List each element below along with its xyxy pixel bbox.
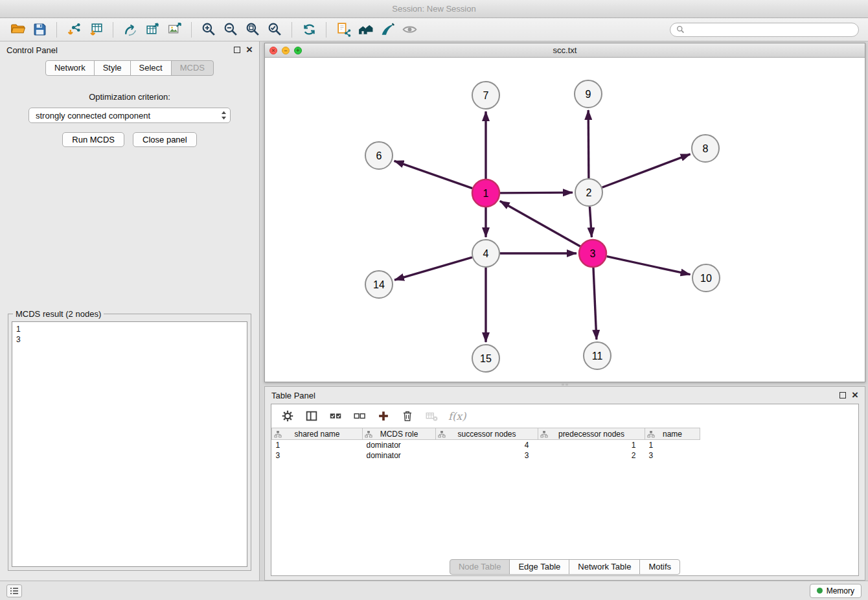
table-settings-button[interactable] xyxy=(280,409,295,423)
search-box[interactable] xyxy=(670,23,859,37)
table-row[interactable]: 1dominator411 xyxy=(272,440,859,450)
export-image-button[interactable] xyxy=(163,20,185,40)
close-table-panel-icon[interactable]: × xyxy=(852,391,858,399)
tab-motifs[interactable]: Motifs xyxy=(639,559,680,575)
export-network-button[interactable] xyxy=(119,20,141,40)
search-input[interactable] xyxy=(688,25,852,34)
minimize-window-icon[interactable]: – xyxy=(282,47,290,54)
float-panel-icon[interactable] xyxy=(234,47,240,53)
node-label-7: 7 xyxy=(483,90,489,101)
column-header-mcds-role[interactable]: MCDS role xyxy=(363,428,436,440)
table-header-row: shared nameMCDS rolesuccessor nodesprede… xyxy=(272,428,859,440)
mcds-result-item[interactable]: 1 xyxy=(16,324,243,334)
cell-name[interactable]: 1 xyxy=(645,440,700,450)
open-session-button[interactable] xyxy=(6,20,29,40)
export-network-icon xyxy=(122,21,139,38)
edge-4-14[interactable] xyxy=(394,257,472,280)
import-table-button[interactable] xyxy=(85,20,107,40)
deselect-all-button[interactable] xyxy=(352,409,367,423)
tab-mcds[interactable]: MCDS xyxy=(171,60,214,76)
mcds-result-list[interactable]: 13 xyxy=(12,321,247,567)
show-columns-button[interactable] xyxy=(304,409,319,423)
export-table-button[interactable] xyxy=(141,20,163,40)
apply-layout-button[interactable] xyxy=(376,20,398,40)
column-header-predecessor-nodes[interactable]: predecessor nodes xyxy=(538,428,645,440)
refresh-view-button[interactable] xyxy=(298,20,320,40)
node-label-1: 1 xyxy=(483,188,489,199)
close-window-icon[interactable]: × xyxy=(269,47,277,54)
edge-2-9[interactable] xyxy=(588,110,589,178)
cell-successor-nodes[interactable]: 4 xyxy=(436,440,538,450)
show-hide-details-button[interactable] xyxy=(398,20,420,40)
edge-2-8[interactable] xyxy=(602,154,691,187)
optimization-dropdown[interactable]: strongly connected component xyxy=(29,108,231,123)
tab-network-table[interactable]: Network Table xyxy=(569,559,640,575)
float-table-panel-icon[interactable] xyxy=(839,392,846,398)
mcds-result-item[interactable]: 3 xyxy=(16,334,243,345)
zoom-out-button[interactable] xyxy=(220,20,242,40)
tab-select[interactable]: Select xyxy=(130,60,172,76)
zoom-selected-button[interactable] xyxy=(264,20,286,40)
select-all-button[interactable] xyxy=(328,409,343,423)
cell-predecessor-nodes[interactable]: 1 xyxy=(538,440,645,450)
network-window-titlebar[interactable]: scc.txt × – + xyxy=(265,43,865,58)
edge-3-10[interactable] xyxy=(606,257,690,275)
network-view[interactable]: 7968124314101511 xyxy=(265,58,865,382)
delete-column-button[interactable] xyxy=(400,409,415,423)
tab-style[interactable]: Style xyxy=(94,60,131,76)
column-header-name[interactable]: name xyxy=(645,428,700,440)
close-panel-button[interactable]: Close panel xyxy=(133,132,197,147)
table-row[interactable]: 3dominator323 xyxy=(272,450,859,461)
run-mcds-button[interactable]: Run MCDS xyxy=(62,132,124,147)
network-from-selection-button[interactable] xyxy=(332,20,354,40)
first-neighbors-button[interactable] xyxy=(354,20,376,40)
tab-edge-table[interactable]: Edge Table xyxy=(509,559,569,575)
table-panel-title: Table Panel xyxy=(271,391,315,400)
zoom-fit-button[interactable] xyxy=(242,20,264,40)
node-label-2: 2 xyxy=(586,187,592,198)
edge-1-2[interactable] xyxy=(500,192,573,193)
toolbar-separator xyxy=(326,22,326,38)
cell-name[interactable]: 3 xyxy=(645,450,700,461)
trash-icon xyxy=(400,409,415,423)
control-panel-tabs: NetworkStyleSelectMCDS xyxy=(0,58,259,82)
node-table[interactable]: shared nameMCDS rolesuccessor nodesprede… xyxy=(271,428,858,558)
maximize-window-icon[interactable]: + xyxy=(294,47,302,54)
cell-successor-nodes[interactable]: 3 xyxy=(436,450,538,461)
panel-selector-button[interactable] xyxy=(6,584,22,597)
edge-2-3[interactable] xyxy=(589,207,591,237)
function-builder-button[interactable]: f(x) xyxy=(448,410,466,422)
main-area: Control Panel × NetworkStyleSelectMCDS O… xyxy=(0,41,868,581)
column-type-icon xyxy=(438,430,446,438)
main-toolbar xyxy=(0,18,868,41)
column-header-successor-nodes[interactable]: successor nodes xyxy=(436,428,538,440)
edge-3-11[interactable] xyxy=(593,268,597,340)
node-label-9: 9 xyxy=(586,89,591,100)
column-type-icon xyxy=(365,430,372,438)
cell-shared-name[interactable]: 3 xyxy=(272,450,363,461)
edge-3-1[interactable] xyxy=(500,201,580,246)
import-network-button[interactable] xyxy=(63,20,85,40)
cell-predecessor-nodes[interactable]: 2 xyxy=(538,450,645,461)
column-header-shared-name[interactable]: shared name xyxy=(272,428,363,440)
tab-node-table[interactable]: Node Table xyxy=(450,559,510,575)
cell-shared-name[interactable]: 1 xyxy=(272,440,363,450)
right-area: scc.txt × – + 7968124314101511 Table Pan… xyxy=(260,41,868,581)
add-column-button[interactable] xyxy=(376,409,391,423)
cell-mcds-role[interactable]: dominator xyxy=(363,440,436,450)
window-titlebar[interactable]: Session: New Session xyxy=(0,0,868,18)
cell-mcds-role[interactable]: dominator xyxy=(363,450,436,461)
memory-button[interactable]: Memory xyxy=(810,584,862,598)
tab-network[interactable]: Network xyxy=(45,60,95,76)
edge-1-6[interactable] xyxy=(394,161,473,188)
save-session-button[interactable] xyxy=(29,20,51,40)
mcds-panel: Optimization criterion: strongly connect… xyxy=(0,82,259,310)
open-folder-icon xyxy=(10,21,26,38)
network-window-title: scc.txt xyxy=(265,45,865,55)
clear-table-button[interactable] xyxy=(424,409,439,423)
node-label-3: 3 xyxy=(590,248,596,259)
zoom-in-button[interactable] xyxy=(198,20,220,40)
network-graph[interactable]: 7968124314101511 xyxy=(265,58,865,382)
first-neighbors-houses-icon xyxy=(358,21,374,38)
close-panel-icon[interactable]: × xyxy=(246,46,253,54)
